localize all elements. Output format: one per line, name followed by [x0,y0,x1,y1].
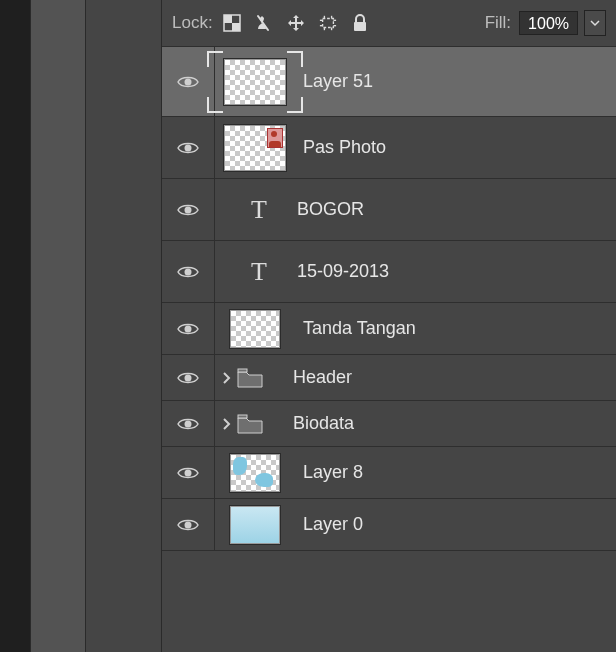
layer-thumbnail[interactable] [215,506,295,544]
visibility-toggle[interactable] [162,241,215,302]
visibility-toggle[interactable] [162,447,215,498]
svg-rect-1 [224,15,232,23]
svg-rect-20 [238,369,247,372]
layer-name[interactable]: Layer 8 [295,462,616,483]
eye-icon [177,75,199,89]
svg-point-19 [185,374,192,381]
svg-rect-2 [232,23,240,31]
eye-icon [177,265,199,279]
layer-name[interactable]: Biodata [285,413,616,434]
main-column: Lock: Fill: [161,0,616,652]
fill-control: Fill: 100% [485,10,606,36]
layer-name[interactable]: Layer 51 [295,71,616,92]
lock-icons-group [223,14,369,32]
gutter-panel [86,0,161,652]
folder-icon [237,368,263,388]
svg-point-15 [185,144,192,151]
eye-icon [177,417,199,431]
layer-thumbnail[interactable] [215,125,295,171]
visibility-toggle[interactable] [162,401,215,446]
visibility-toggle[interactable] [162,47,215,116]
layer-name[interactable]: Pas Photo [295,137,616,158]
svg-point-23 [185,469,192,476]
layer-row[interactable]: Pas Photo [162,117,616,179]
layer-row[interactable]: T 15-09-2013 [162,241,616,303]
left-gutters [0,0,161,652]
layer-row[interactable]: Biodata [162,401,616,447]
svg-rect-4 [322,19,333,28]
layer-thumbnail[interactable] [215,454,295,492]
layer-row[interactable]: Layer 51 [162,47,616,117]
svg-point-18 [185,325,192,332]
lock-all-icon[interactable] [351,14,369,32]
visibility-toggle[interactable] [162,355,215,400]
visibility-toggle[interactable] [162,117,215,178]
lock-fill-bar: Lock: Fill: [162,0,616,47]
svg-rect-22 [238,415,247,418]
eye-icon [177,518,199,532]
chevron-right-icon[interactable] [221,418,231,430]
svg-point-24 [185,521,192,528]
lock-image-pixels-icon[interactable] [255,14,273,32]
layer-row[interactable]: Layer 0 [162,499,616,551]
chevron-right-icon[interactable] [221,372,231,384]
svg-point-17 [185,268,192,275]
layer-row[interactable]: Layer 8 [162,447,616,499]
svg-point-16 [185,206,192,213]
layer-name[interactable]: BOGOR [289,199,616,220]
layer-row[interactable]: Tanda Tangan [162,303,616,355]
lock-transparent-pixels-icon[interactable] [223,14,241,32]
layer-row[interactable]: T BOGOR [162,179,616,241]
fill-label: Fill: [485,13,511,33]
fill-value-input[interactable]: 100% [519,11,578,35]
eye-icon [177,322,199,336]
photo-placeholder-icon [267,128,283,148]
fill-dropdown-button[interactable] [584,10,606,36]
visibility-toggle[interactable] [162,303,215,354]
layers-panel: Lock: Fill: [0,0,616,652]
text-layer-icon: T [229,257,289,287]
eye-icon [177,203,199,217]
lock-label: Lock: [172,13,213,33]
svg-rect-13 [354,22,366,31]
layers-list: Layer 51 Pas Photo [162,47,616,652]
svg-point-21 [185,420,192,427]
visibility-toggle[interactable] [162,499,215,550]
eye-icon [177,371,199,385]
gutter-mid [30,0,86,652]
eye-icon [177,466,199,480]
layer-name[interactable]: 15-09-2013 [289,261,616,282]
text-layer-icon: T [229,195,289,225]
layer-thumbnail[interactable] [215,310,295,348]
layer-thumbnail[interactable] [215,59,295,105]
lock-position-icon[interactable] [287,14,305,32]
layer-name[interactable]: Header [285,367,616,388]
layer-name[interactable]: Layer 0 [295,514,616,535]
layer-row[interactable]: Header [162,355,616,401]
layer-name[interactable]: Tanda Tangan [295,318,616,339]
lock-artboard-icon[interactable] [319,14,337,32]
svg-point-14 [185,78,192,85]
visibility-toggle[interactable] [162,179,215,240]
folder-icon [237,414,263,434]
eye-icon [177,141,199,155]
gutter-dark [0,0,30,652]
